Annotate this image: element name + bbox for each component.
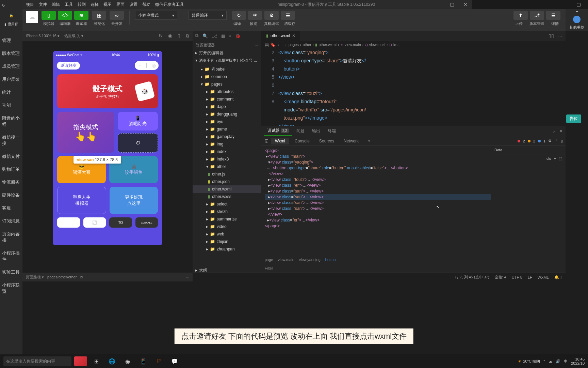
editor-breadcrumb[interactable]: ▤ 🔖 ← → pages › other › ▮ other.wxml › ◇… — [261, 41, 566, 48]
preview-button[interactable]: 👁 — [248, 11, 262, 20]
bg-nav-item[interactable]: 统计 — [0, 86, 22, 99]
sim-record-icon[interactable]: ◉ — [168, 33, 172, 39]
debugger-collapse-icon[interactable]: ⌄ — [552, 128, 556, 134]
folder-item[interactable]: ▸📁summarize — [193, 215, 261, 223]
folder-item[interactable]: ▸📁game — [193, 125, 261, 133]
bg-nav-item[interactable]: 用户反馈 — [0, 73, 22, 86]
folder-item[interactable]: ▸📁gameplay — [193, 133, 261, 140]
folder-item[interactable]: ▸📁index3 — [193, 155, 261, 163]
folder-item[interactable]: ▸📁comment — [193, 95, 261, 103]
explorer-box-icon[interactable]: ▦ — [221, 33, 225, 39]
cls-button[interactable]: .cls — [545, 156, 551, 161]
taskbar-taskview[interactable]: ⊞ — [90, 356, 103, 366]
editor-split-icon[interactable]: ▯▯ — [549, 33, 554, 39]
bg-nav-item[interactable]: 版本管理 — [0, 47, 22, 60]
devtools-dock-icon[interactable]: ▯ — [561, 139, 563, 143]
outer-maximize[interactable]: ▢ — [572, 0, 585, 9]
breadcrumb-toc-icon[interactable]: ▤ — [265, 42, 269, 47]
inspector-icon[interactable]: ⯐ — [264, 138, 270, 144]
clear-cache-button[interactable]: ☰ — [281, 11, 295, 20]
eol-info[interactable]: LF — [528, 275, 532, 279]
more-tabs-icon[interactable]: » — [364, 138, 375, 144]
debugger-tab[interactable]: 调试器2,2 — [264, 126, 292, 136]
encoding-info[interactable]: UTF-8 — [512, 275, 522, 279]
file-item[interactable]: ▮other.wxss — [193, 193, 261, 200]
menu-item[interactable]: 工具 — [65, 2, 73, 7]
maximize-button[interactable]: ▢ — [445, 0, 459, 9]
taskbar-tray-up-icon[interactable]: ^ — [543, 359, 545, 363]
devtools-gear-icon[interactable]: ⚙ — [548, 139, 552, 143]
cloud-dev-toggle[interactable]: ∞ — [110, 11, 124, 20]
bg-nav-item[interactable]: 微信搜一搜 — [0, 131, 22, 150]
taskbar-tray-cloud-icon[interactable]: ☁ — [549, 359, 552, 364]
card-restart-life[interactable]: 重启人生模拟器 — [57, 187, 106, 214]
avatar-icon[interactable] — [573, 16, 581, 23]
editor-tab-active[interactable]: ▮ other.wxml ✕ — [261, 31, 300, 41]
menu-item[interactable]: 视图 — [103, 2, 112, 7]
folder-item[interactable]: ▸📁zhuanpan — [193, 245, 261, 253]
taskbar-ime-icon[interactable]: 中 — [564, 359, 568, 364]
path-select[interactable]: 页面路径 ▾ — [26, 275, 44, 280]
menu-item[interactable]: 编辑 — [52, 2, 60, 7]
version-button[interactable]: ⎇ — [530, 11, 544, 20]
code-editor[interactable]: 2345678 <view class="yaoqing"> <button o… — [261, 48, 566, 126]
devtools-more-icon[interactable]: ⋮ — [554, 139, 558, 143]
visual-toggle[interactable]: ▦ — [92, 11, 106, 20]
network-tab[interactable]: Network — [340, 138, 363, 144]
minimize-button[interactable]: — — [431, 0, 445, 9]
capsule-menu[interactable]: ···◎ — [135, 61, 159, 70]
breadcrumb-back-icon[interactable]: ← — [277, 42, 281, 47]
app-logo[interactable]: ☁ — [26, 11, 38, 23]
folder-item[interactable]: ▸📁select — [193, 200, 261, 208]
taskbar-date[interactable]: 2022/10 — [571, 361, 585, 365]
folder-item[interactable]: ▸📁dengguang — [193, 110, 261, 118]
taskbar-time[interactable]: 16:45 — [571, 357, 585, 361]
bg-nav-item[interactable]: 小程序插件 — [0, 247, 22, 266]
bg-nav-item[interactable]: 物流服务 — [0, 176, 22, 189]
folder-item[interactable]: ▾📁other — [193, 163, 261, 170]
editor-toggle[interactable]: </> — [58, 11, 72, 20]
problems-tab[interactable]: 问题 — [293, 127, 308, 135]
menu-item[interactable]: 项目 — [26, 2, 34, 7]
menu-item[interactable]: 帮助 — [142, 2, 150, 7]
wxml-breadcrumb[interactable]: page view.main view.yaoqing button — [261, 255, 566, 264]
menu-item[interactable]: 设置 — [129, 2, 137, 7]
refresh-icon[interactable]: ↻ — [2, 4, 5, 7]
card-timer[interactable]: ⏱ — [118, 133, 158, 153]
hot-reload-toggle[interactable]: 热重载 关 ▾ — [64, 33, 83, 39]
sources-tab[interactable]: Sources — [315, 138, 338, 144]
card-bar-light[interactable]: 📱酒吧灯光 — [118, 112, 158, 131]
explorer-branch-icon[interactable]: ⎇ — [212, 33, 217, 39]
explorer-search-icon[interactable]: 🔍 — [202, 33, 208, 39]
explorer-files-icon[interactable]: ⧉ — [195, 33, 198, 39]
compile-select[interactable]: 普通编译▾ — [189, 11, 227, 20]
notification-icon[interactable]: 🔔 1 — [554, 275, 562, 279]
explorer-debug-icon[interactable]: 🐞 — [235, 33, 241, 39]
folder-item[interactable]: ▸📁common — [193, 73, 261, 80]
card-finger[interactable]: 指尖模式 👆👆 — [57, 112, 114, 153]
file-item[interactable]: ▮other.wxml — [193, 185, 261, 193]
debugger-toggle[interactable]: ≋ — [74, 11, 88, 20]
wxml-tab[interactable]: Wxml — [271, 138, 289, 144]
outer-minimize[interactable]: — — [555, 0, 569, 9]
bg-nav-item[interactable]: 微信支付 — [0, 150, 22, 163]
bg-nav-item[interactable]: 硬件设备 — [0, 189, 22, 202]
taskbar-phone[interactable]: 📱 — [137, 356, 150, 366]
file-item[interactable]: ▮other.json — [193, 178, 261, 185]
folder-item[interactable]: ▸📁video — [193, 223, 261, 230]
menu-item[interactable]: 选择 — [91, 2, 99, 7]
pin-icon[interactable]: ⬚ — [559, 156, 562, 161]
open-editors-section[interactable]: ▸打开的编辑器 — [193, 49, 261, 57]
breadcrumb-forward-icon[interactable]: → — [283, 42, 287, 47]
folder-item[interactable]: ▸📁img — [193, 140, 261, 148]
bg-nav-item[interactable]: 附近的小程 — [0, 112, 22, 131]
console-tab[interactable]: Console — [291, 138, 314, 144]
phone-frame[interactable]: ●●●●● WeChat ᯤ 16:44 100% ▮ 邀请好友 ···◎ 骰子… — [53, 51, 162, 245]
bookmarks-label[interactable]: 其他书签 — [569, 25, 584, 30]
taskbar-weather[interactable]: ☀20°C 晴朗 — [518, 359, 540, 364]
folder-item[interactable]: ▸📁web — [193, 230, 261, 238]
copy-path-icon[interactable]: ⧉ — [80, 275, 83, 279]
card-more-fun[interactable]: 更多好玩点这里 — [110, 187, 158, 214]
taskbar-edge[interactable]: 🌐 — [105, 356, 118, 366]
explorer-ext-icon[interactable]: ▫ — [229, 33, 231, 39]
